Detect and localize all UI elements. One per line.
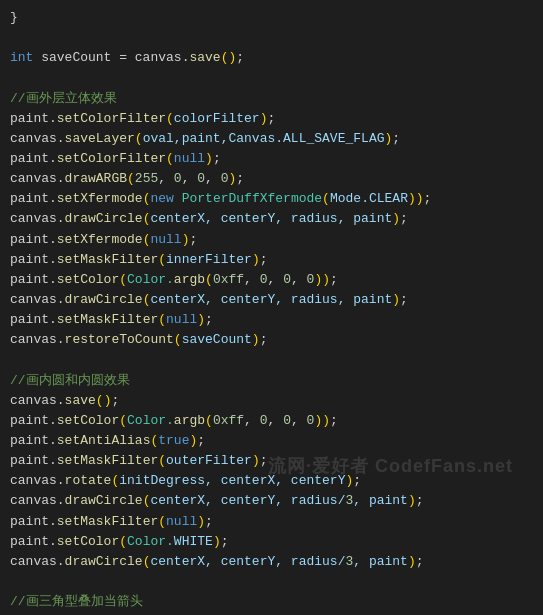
code-line-27: paint.setColor(Color.WHITE); — [10, 532, 533, 552]
code-line-3: int saveCount = canvas.save(); — [10, 48, 533, 68]
code-line-22: paint.setAntiAlias(true); — [10, 431, 533, 451]
code-line-23: paint.setMaskFilter(outerFilter); — [10, 451, 533, 471]
code-line-9: canvas.drawARGB(255, 0, 0, 0); — [10, 169, 533, 189]
code-line-16: paint.setMaskFilter(null); — [10, 310, 533, 330]
code-line-12: paint.setXfermode(null); — [10, 230, 533, 250]
code-line-26: paint.setMaskFilter(null); — [10, 512, 533, 532]
code-line-5: //画外层立体效果 — [10, 89, 533, 109]
code-line-4 — [10, 68, 533, 88]
code-line-6: paint.setColorFilter(colorFilter); — [10, 109, 533, 129]
code-line-1: } — [10, 8, 533, 28]
code-line-10: paint.setXfermode(new PorterDuffXfermode… — [10, 189, 533, 209]
code-line-2 — [10, 28, 533, 48]
code-line-25: canvas.drawCircle(centerX, centerY, radi… — [10, 491, 533, 511]
code-line-8: paint.setColorFilter(null); — [10, 149, 533, 169]
code-editor: } int saveCount = canvas.save(); //画外层立体… — [0, 0, 543, 615]
code-line-17: canvas.restoreToCount(saveCount); — [10, 330, 533, 350]
code-line-19: //画内圆和内圆效果 — [10, 371, 533, 391]
code-line-28: canvas.drawCircle(centerX, centerY, radi… — [10, 552, 533, 572]
code-line-30: //画三角型叠加当箭头 — [10, 592, 533, 612]
code-line-13: paint.setMaskFilter(innerFilter); — [10, 250, 533, 270]
code-line-11: canvas.drawCircle(centerX, centerY, radi… — [10, 209, 533, 229]
code-line-21: paint.setColor(Color.argb(0xff, 0, 0, 0)… — [10, 411, 533, 431]
code-line-7: canvas.saveLayer(oval,paint,Canvas.ALL_S… — [10, 129, 533, 149]
code-line-29 — [10, 572, 533, 592]
code-line-24: canvas.rotate(initDegress, centerX, cent… — [10, 471, 533, 491]
code-line-20: canvas.save(); — [10, 391, 533, 411]
code-line-18 — [10, 350, 533, 370]
code-line-15: canvas.drawCircle(centerX, centerY, radi… — [10, 290, 533, 310]
code-line-14: paint.setColor(Color.argb(0xff, 0, 0, 0)… — [10, 270, 533, 290]
